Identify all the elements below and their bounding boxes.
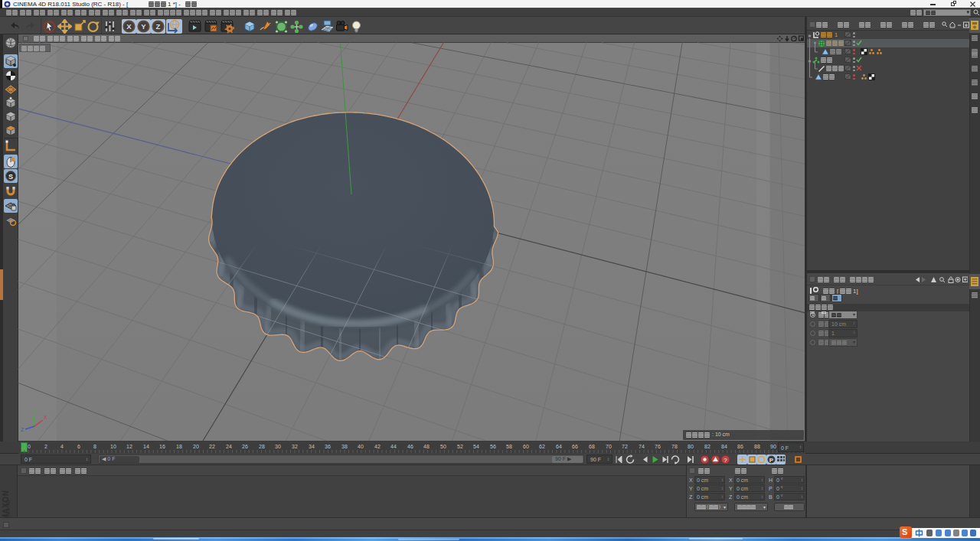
- svg-text:?: ?: [724, 457, 727, 464]
- svg-text:P: P: [769, 457, 774, 464]
- svg-text:X: X: [44, 415, 47, 420]
- svg-text:Z: Z: [21, 427, 24, 432]
- svg-text:Y: Y: [33, 409, 37, 415]
